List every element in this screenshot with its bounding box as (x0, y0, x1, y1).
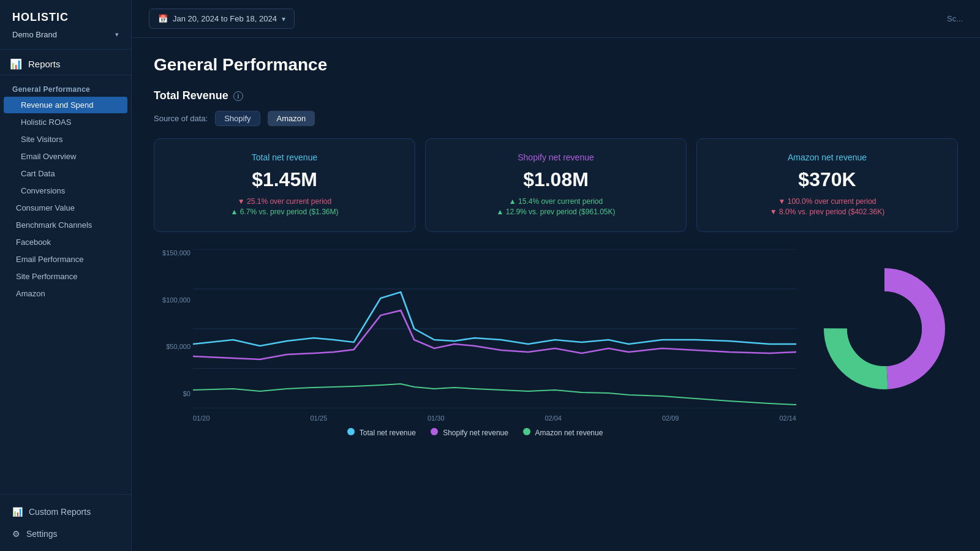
line-chart-container: $150,000 $100,000 $50,000 $0 (154, 249, 796, 437)
info-icon[interactable]: i (233, 91, 243, 101)
general-performance-section: General Performance Revenue and Spend Ho… (0, 75, 131, 306)
source-row: Source of data: Shopify Amazon (154, 111, 958, 126)
amazon-revenue-line (193, 384, 796, 405)
x-label-0214: 02/14 (779, 414, 796, 422)
page-title: General Performance (154, 55, 958, 75)
chevron-down-icon: ▾ (115, 31, 119, 39)
y-label-100k: $100,000 (154, 296, 190, 304)
sidebar-item-cart-data[interactable]: Cart Data (4, 165, 127, 182)
custom-reports-label: Custom Reports (29, 507, 91, 517)
sidebar-item-holistic-roas[interactable]: Holistic ROAS (4, 114, 127, 130)
sidebar-bottom: 📊 Custom Reports ⚙ Settings (0, 494, 131, 551)
x-label-0130: 01/30 (428, 414, 445, 422)
section-title-text: Total Revenue (154, 89, 228, 102)
sidebar-item-site-performance[interactable]: Site Performance (4, 268, 127, 285)
y-label-150k: $150,000 (154, 249, 190, 257)
top-bar: 📅 Jan 20, 2024 to Feb 18, 2024 ▾ Sc... (132, 0, 980, 38)
sidebar-item-email-overview[interactable]: Email Overview (4, 148, 127, 165)
settings-nav-item[interactable]: ⚙ Settings (0, 523, 131, 545)
legend-dot-amazon (523, 428, 530, 435)
line-chart-svg (193, 249, 796, 408)
sidebar-item-consumer-value[interactable]: Consumer Value (4, 200, 127, 216)
total-net-revenue-card: Total net revenue $1.45M 25.1% over curr… (154, 138, 415, 232)
shopify-net-revenue-title: Shopify net revenue (440, 152, 671, 162)
total-net-revenue-stat-2: 6.7% vs. prev period ($1.36M) (169, 208, 400, 216)
shopify-net-revenue-card: Shopify net revenue $1.08M 15.4% over cu… (425, 138, 687, 232)
brand-selector-label: Demo Brand (12, 30, 57, 39)
content-area: General Performance Total Revenue i Sour… (132, 38, 980, 454)
section-title: Total Revenue i (154, 89, 958, 102)
metric-cards: Total net revenue $1.45M 25.1% over curr… (154, 138, 958, 232)
reports-label-text: Reports (28, 59, 61, 69)
source-shopify-btn[interactable]: Shopify (215, 111, 260, 126)
sidebar-item-benchmark-channels[interactable]: Benchmark Channels (4, 217, 127, 233)
legend-label-total: Total net revenue (360, 429, 416, 437)
amazon-net-revenue-stat-1: 100.0% over current period (712, 197, 943, 206)
total-net-revenue-title: Total net revenue (169, 152, 400, 162)
sidebar: HOLISTIC Demo Brand ▾ 📊 Reports General … (0, 0, 132, 551)
legend-shopify-net-revenue: Shopify net revenue (431, 428, 508, 437)
donut-chart-svg (817, 261, 952, 396)
total-revenue-line (193, 292, 796, 346)
y-label-50k: $50,000 (154, 343, 190, 350)
legend-total-net-revenue: Total net revenue (347, 428, 416, 437)
chart-legend: Total net revenue Shopify net revenue Am… (154, 428, 796, 437)
legend-dot-shopify (431, 428, 438, 435)
brand-header: HOLISTIC Demo Brand ▾ (0, 0, 131, 50)
legend-label-shopify: Shopify net revenue (443, 429, 508, 437)
chart-section: $150,000 $100,000 $50,000 $0 (154, 249, 958, 437)
sidebar-item-amazon[interactable]: Amazon (4, 285, 127, 302)
reports-nav-item[interactable]: 📊 Reports (10, 58, 121, 70)
sidebar-item-email-performance[interactable]: Email Performance (4, 251, 127, 268)
sidebar-item-site-visitors[interactable]: Site Visitors (4, 131, 127, 148)
total-net-revenue-value: $1.45M (169, 168, 400, 191)
legend-amazon-net-revenue: Amazon net revenue (523, 428, 603, 437)
shopify-net-revenue-value: $1.08M (440, 168, 671, 191)
date-picker-chevron-icon: ▾ (282, 15, 285, 23)
date-range-text: Jan 20, 2024 to Feb 18, 2024 (173, 14, 277, 23)
brand-selector[interactable]: Demo Brand ▾ (12, 30, 119, 39)
sidebar-item-conversions[interactable]: Conversions (4, 182, 127, 199)
search-area: Sc... (947, 14, 963, 23)
general-performance-group-label: General Performance (0, 81, 131, 96)
brand-name: HOLISTIC (12, 11, 119, 24)
donut-hole (847, 291, 922, 366)
main-content: 📅 Jan 20, 2024 to Feb 18, 2024 ▾ Sc... G… (132, 0, 980, 551)
shopify-revenue-line (193, 310, 796, 359)
total-net-revenue-stat-1: 25.1% over current period (169, 197, 400, 206)
shopify-net-revenue-stat-2: 12.9% vs. prev period ($961.05K) (440, 208, 671, 216)
sidebar-item-revenue-and-spend[interactable]: Revenue and Spend (4, 97, 127, 113)
x-label-0204: 02/04 (545, 414, 562, 422)
sidebar-item-facebook[interactable]: Facebook (4, 234, 127, 250)
amazon-net-revenue-title: Amazon net revenue (712, 152, 943, 162)
amazon-net-revenue-card: Amazon net revenue $370K 100.0% over cur… (696, 138, 958, 232)
donut-chart-container (811, 249, 958, 396)
calendar-icon: 📅 (158, 14, 168, 23)
x-label-0209: 02/09 (662, 414, 679, 422)
reports-chart-icon: 📊 (10, 58, 22, 70)
reports-section: 📊 Reports (0, 50, 131, 75)
x-label-0125: 01/25 (310, 414, 327, 422)
source-amazon-btn[interactable]: Amazon (268, 111, 315, 126)
source-label: Source of data: (154, 114, 208, 123)
amazon-net-revenue-value: $370K (712, 168, 943, 191)
custom-reports-nav-item[interactable]: 📊 Custom Reports (0, 501, 131, 523)
x-label-0120: 01/20 (193, 414, 210, 422)
shopify-net-revenue-stat-1: 15.4% over current period (440, 197, 671, 206)
custom-reports-icon: 📊 (12, 507, 23, 517)
chart-y-axis: $150,000 $100,000 $50,000 $0 (154, 249, 193, 397)
legend-label-amazon: Amazon net revenue (535, 429, 603, 437)
amazon-net-revenue-stat-2: 8.0% vs. prev period ($402.36K) (712, 208, 943, 216)
chart-x-labels: 01/20 01/25 01/30 02/04 02/09 02/14 (193, 411, 796, 422)
settings-gear-icon: ⚙ (12, 529, 20, 539)
legend-dot-total (347, 428, 355, 435)
date-picker[interactable]: 📅 Jan 20, 2024 to Feb 18, 2024 ▾ (149, 9, 295, 29)
settings-label: Settings (26, 529, 58, 539)
y-label-0: $0 (154, 390, 190, 397)
